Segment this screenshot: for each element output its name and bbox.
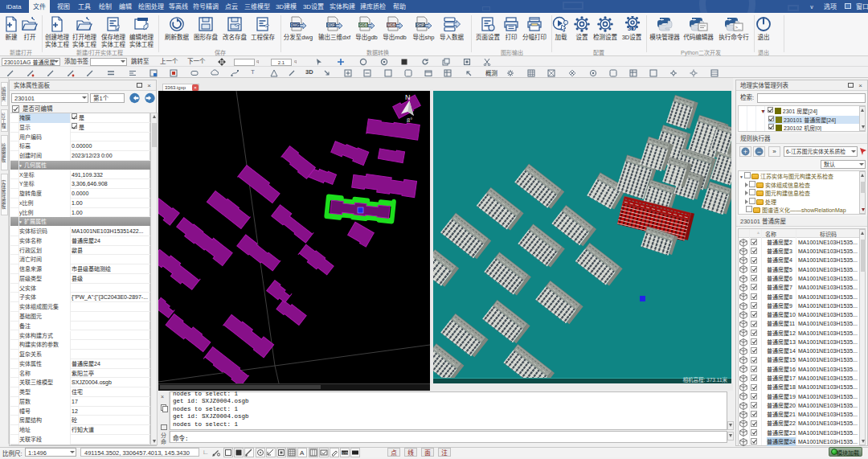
- svg-text:8°: 8°: [407, 117, 412, 124]
- svg-text:3D: 3D: [628, 25, 636, 32]
- svg-text:>_: >_: [735, 25, 742, 31]
- svg-text:DWG: DWG: [290, 23, 300, 27]
- svg-text:A: A: [300, 449, 305, 457]
- svg-text:N: N: [405, 93, 411, 101]
- svg-text:SHP: SHP: [416, 23, 424, 27]
- svg-text:GDB: GDB: [359, 23, 367, 27]
- svg-text:DXF: DXF: [327, 23, 334, 27]
- svg-text:相机高程: 373.11米: 相机高程: 373.11米: [682, 376, 727, 383]
- svg-text:MDB: MDB: [387, 23, 395, 27]
- svg-text:−: −: [757, 148, 761, 156]
- svg-text:+: +: [743, 148, 747, 156]
- svg-text:DYN: DYN: [342, 451, 350, 455]
